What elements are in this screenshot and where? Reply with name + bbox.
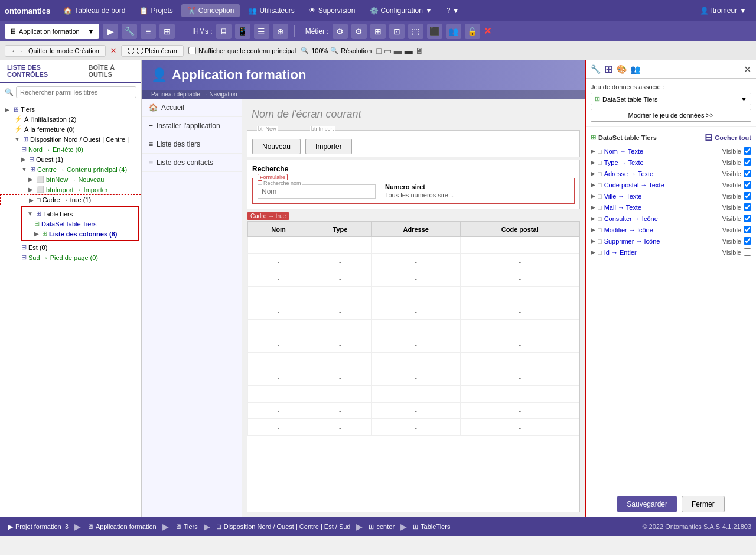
col-supprimer-checkbox[interactable]	[744, 237, 751, 245]
nav-conception[interactable]: ✂️ Conception	[181, 4, 240, 17]
ihm-tablet-icon[interactable]: 📱	[235, 24, 250, 39]
importer-button[interactable]: Importer	[305, 139, 352, 154]
col-ville-checkbox[interactable]	[744, 192, 751, 200]
ouest-arrow-icon[interactable]: ▶	[21, 156, 26, 163]
nav-projets[interactable]: 📋 Projets	[133, 4, 178, 17]
btnimport-arrow-icon[interactable]: ▶	[28, 186, 33, 193]
nav-liste-tiers[interactable]: ≡ Liste des tiers	[142, 135, 242, 154]
metier-btn-6[interactable]: ⬛	[427, 24, 442, 39]
nav-supervision[interactable]: 👁 Supervision	[303, 4, 361, 17]
ihm-desktop-icon[interactable]: 🖥	[216, 24, 232, 39]
ihm-list-icon[interactable]: ☰	[254, 24, 269, 39]
table-row[interactable]: ----	[248, 320, 579, 336]
col-nom-arrow[interactable]: ▶	[591, 148, 595, 154]
table-row[interactable]: ----	[248, 254, 579, 270]
table-row[interactable]: ----	[248, 336, 579, 353]
col-modifier-link[interactable]: Modifier → Icône	[604, 226, 653, 233]
col-consulter-link[interactable]: Consulter → Icône	[604, 215, 658, 222]
metier-btn-1[interactable]: ⚙	[333, 24, 348, 39]
full-screen-button[interactable]: ⛶ ⛶ Plein écran	[121, 45, 184, 57]
play-button[interactable]: ▶	[103, 24, 118, 39]
col-modifier-arrow[interactable]: ▶	[591, 226, 595, 233]
settings-button[interactable]: 🔧	[122, 24, 137, 39]
nav-installer[interactable]: + Installer l'application	[142, 117, 242, 135]
list-view-button[interactable]: ≡	[141, 24, 156, 39]
users-icon[interactable]: 👥	[630, 64, 640, 74]
close-panel-button[interactable]: ✕	[744, 64, 751, 75]
disposition-arrow-icon[interactable]: ▼	[14, 136, 20, 142]
screen-sm-icon[interactable]: ▭	[384, 46, 392, 56]
col-consulter-arrow[interactable]: ▶	[591, 215, 595, 222]
col-adresse-checkbox[interactable]	[744, 170, 751, 177]
col-id-arrow[interactable]: ▶	[591, 249, 595, 255]
nav-utilisateurs[interactable]: 👥 Utilisateurs	[242, 4, 300, 17]
table-row[interactable]: ----	[248, 270, 579, 287]
tree-item-est[interactable]: ⊟ Est (0)	[0, 242, 141, 252]
status-center[interactable]: ⊞ center	[365, 523, 398, 531]
col-type-link[interactable]: Type → Texte	[604, 159, 644, 166]
nouveau-button[interactable]: Nouveau	[252, 139, 301, 154]
centre-arrow-icon[interactable]: ▼	[21, 166, 27, 173]
screen-lg-icon[interactable]: ▬	[405, 46, 413, 56]
tree-item-btnimport[interactable]: ▶ ⬜ btnImport → Importer	[0, 184, 141, 194]
col-cp-arrow[interactable]: ▶	[591, 181, 595, 188]
close-button[interactable]: Fermer	[682, 496, 725, 512]
col-consulter-checkbox[interactable]	[744, 215, 751, 222]
tree-item-dataset[interactable]: ⊞ DataSet table Tiers	[22, 219, 138, 229]
table-row[interactable]: ----	[248, 287, 579, 303]
status-tiers[interactable]: 🖥 Tiers	[171, 523, 201, 530]
palette-icon[interactable]: 🎨	[617, 64, 627, 74]
screen-xl-icon[interactable]: 🖥	[415, 46, 423, 56]
metier-btn-8[interactable]: 🔒	[465, 24, 480, 39]
screen-md-icon[interactable]: ▬	[394, 46, 402, 56]
tree-item-ouest[interactable]: ▶ ⊟ Ouest (1)	[0, 154, 141, 164]
col-ville-arrow[interactable]: ▶	[591, 193, 595, 199]
col-mail-checkbox[interactable]	[744, 203, 751, 211]
tabletiers-arrow-icon[interactable]: ▼	[27, 210, 33, 217]
tree-item-cadre[interactable]: ▶ □ Cadre → true (1)	[0, 194, 141, 205]
tree-item-nord[interactable]: ⊟ Nord → En-tête (0)	[0, 144, 141, 154]
col-adresse-link[interactable]: Adresse → Texte	[604, 170, 654, 177]
table-row[interactable]: ----	[248, 369, 579, 386]
col-type-arrow[interactable]: ▶	[591, 159, 595, 165]
screen-xs-icon[interactable]: □	[376, 46, 381, 56]
metier-btn-2[interactable]: ⚙	[351, 24, 367, 39]
table-row[interactable]: ----	[248, 303, 579, 320]
user-menu[interactable]: 👤 ltromeur ▼	[695, 4, 751, 17]
col-adresse-arrow[interactable]: ▶	[591, 170, 595, 177]
status-app[interactable]: 🖥 Application formation	[83, 523, 160, 530]
col-nom-link[interactable]: Nom → Texte	[604, 148, 643, 155]
metier-btn-5[interactable]: ⬚	[408, 24, 423, 39]
nav-tableau-de-bord[interactable]: 🏠 Tableau de bord	[57, 4, 131, 17]
app-selector[interactable]: 🖥 Application formation ▼	[5, 24, 99, 39]
table-row[interactable]: ----	[248, 419, 579, 436]
table-row[interactable]: ----	[248, 403, 579, 419]
tree-item-init[interactable]: ⚡ À l'initialisation (2)	[0, 114, 141, 124]
col-mail-link[interactable]: Mail → Texte	[604, 204, 641, 211]
tree-item-tabletiers[interactable]: ▼ ⊞ TableTiers	[22, 209, 138, 219]
dataset-selector[interactable]: ⊞ DataSet table Tiers ▼	[591, 93, 751, 105]
tree-item-tiers[interactable]: ▶ 🖥 Tiers	[0, 105, 141, 114]
col-id-link[interactable]: Id → Entier	[604, 249, 637, 256]
nav-help[interactable]: ? ▼	[441, 4, 465, 17]
metier-btn-3[interactable]: ⊞	[370, 24, 386, 39]
save-button[interactable]: Sauvegarder	[617, 496, 677, 512]
btnnew-arrow-icon[interactable]: ▶	[28, 176, 33, 183]
tab-liste-controles[interactable]: LISTE DES CONTRÔLES	[0, 60, 82, 83]
quit-creation-button[interactable]: ← ← Quitter le mode Création	[5, 45, 106, 57]
modify-dataset-button[interactable]: Modifier le jeu de données >>	[591, 109, 751, 122]
nav-liste-contacts[interactable]: ≡ Liste des contacts	[142, 154, 242, 172]
tree-item-close[interactable]: ⚡ À la fermeture (0)	[0, 124, 141, 134]
metier-btn-7[interactable]: 👥	[446, 24, 461, 39]
left-search-input[interactable]	[16, 86, 136, 98]
tree-item-btnnew[interactable]: ▶ ⬜ btnNew → Nouveau	[0, 174, 141, 184]
grid-view-button[interactable]: ⊞	[159, 24, 175, 39]
tree-item-colonnes[interactable]: ▶ ⊞ Liste des colonnes (8)	[22, 229, 138, 239]
table-row[interactable]: ----	[248, 386, 579, 403]
status-tabletiers[interactable]: ⊞ TableTiers	[409, 523, 454, 531]
col-nom-checkbox[interactable]	[744, 147, 751, 155]
col-supprimer-link[interactable]: Supprimer → Icône	[604, 238, 660, 245]
nav-configuration[interactable]: ⚙️ Configuration ▼	[364, 4, 438, 17]
status-disposition[interactable]: ⊞ Disposition Nord / Ouest | Centre | Es…	[213, 523, 354, 531]
metier-btn-4[interactable]: ⊡	[389, 24, 405, 39]
